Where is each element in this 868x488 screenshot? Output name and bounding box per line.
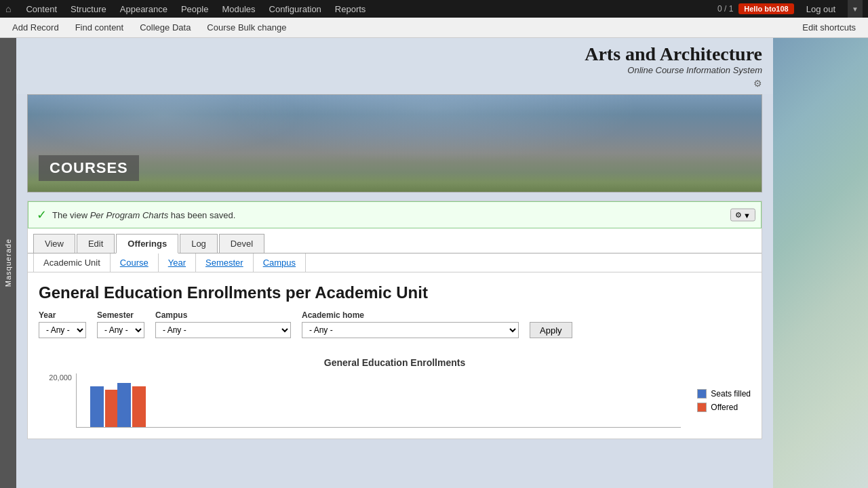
nav-structure[interactable]: Structure	[64, 0, 113, 18]
user-badge[interactable]: Hello bto108	[738, 3, 793, 14]
nav-content[interactable]: Content	[19, 0, 64, 18]
right-sidebar-image	[773, 38, 868, 488]
page-title: General Education Enrollments per Academ…	[39, 283, 751, 302]
apply-button[interactable]: Apply	[530, 322, 572, 338]
right-sidebar	[773, 38, 868, 488]
nav-modules[interactable]: Modules	[215, 0, 262, 18]
legend-seats-filled-label: Seats filled	[711, 389, 751, 399]
edit-counter: 0 / 1	[717, 4, 733, 14]
course-bulk-change-link[interactable]: Course Bulk change	[200, 18, 293, 38]
nav-appearance[interactable]: Appearance	[113, 0, 174, 18]
content-panel: ✓ The view Per Program Charts has been s…	[27, 201, 762, 439]
legend-offered: Offered	[697, 403, 751, 412]
campus-filter-label: Campus	[155, 310, 291, 320]
campus-filter-select[interactable]: - Any -	[155, 322, 291, 338]
tab-offerings[interactable]: Offerings	[116, 234, 178, 253]
bar-red-1	[105, 390, 119, 427]
subtab-year[interactable]: Year	[159, 253, 196, 272]
site-subtitle: Online Course Information System	[585, 65, 762, 75]
gear-dropdown-button[interactable]: ⚙ ▼	[730, 209, 755, 222]
status-message: ✓ The view Per Program Charts has been s…	[28, 201, 762, 228]
subtabs-row: Academic Unit Course Year Semester Campu…	[28, 253, 762, 272]
college-data-link[interactable]: College Data	[133, 18, 197, 38]
center-content: Arts and Architecture Online Course Info…	[16, 38, 773, 488]
campus-filter-group: Campus - Any -	[155, 310, 291, 338]
status-text-after: has been saved.	[168, 210, 235, 220]
status-text: The view Per Program Charts has been sav…	[52, 210, 235, 220]
main-wrapper: Masquerade Arts and Architecture Online …	[0, 38, 868, 488]
masquerade-label: Masquerade	[4, 239, 12, 287]
gear-icon: ⚙	[735, 211, 742, 220]
bar-blue-2	[117, 383, 131, 427]
legend-seats-filled: Seats filled	[697, 389, 751, 399]
legend-blue-box	[697, 389, 707, 399]
logout-link[interactable]: Log out	[800, 0, 842, 18]
home-icon[interactable]: ⌂	[5, 3, 11, 14]
add-record-link[interactable]: Add Record	[5, 18, 66, 38]
filters-row: Year - Any - Semester - Any - Campus	[39, 310, 751, 338]
status-link[interactable]: Per Program Charts	[90, 210, 169, 220]
semester-filter-select[interactable]: - Any -	[97, 322, 144, 338]
site-title-block: Arts and Architecture Online Course Info…	[585, 43, 762, 89]
subtab-campus[interactable]: Campus	[254, 253, 306, 272]
find-content-link[interactable]: Find content	[68, 18, 131, 38]
tab-view[interactable]: View	[33, 234, 75, 253]
chart-title: General Education Enrollments	[39, 357, 751, 368]
semester-filter-group: Semester - Any -	[97, 310, 144, 338]
gear-dropdown-arrow: ▼	[743, 211, 751, 219]
legend-offered-label: Offered	[711, 403, 738, 412]
masquerade-bar: Masquerade	[0, 38, 16, 488]
tabs-row: View Edit Offerings Log Devel	[28, 234, 762, 253]
admin-bar: ⌂ Content Structure Appearance People Mo…	[0, 0, 868, 18]
hero-banner: COURSES	[27, 94, 762, 192]
settings-gear-icon[interactable]: ⚙	[585, 78, 762, 89]
subtab-academic-unit[interactable]: Academic Unit	[33, 253, 111, 272]
site-title: Arts and Architecture	[585, 43, 762, 65]
bar-red-2	[132, 386, 146, 427]
tab-edit[interactable]: Edit	[77, 234, 115, 253]
bar-blue-1	[90, 386, 104, 427]
subtab-course[interactable]: Course	[111, 253, 159, 272]
dropdown-button[interactable]: ▼	[848, 0, 863, 18]
semester-filter-label: Semester	[97, 310, 144, 320]
courses-label: COURSES	[39, 155, 139, 181]
status-text-before: The view	[52, 210, 90, 220]
chart-area: General Education Enrollments 20,000	[28, 352, 762, 439]
edit-shortcuts-link[interactable]: Edit shortcuts	[795, 18, 863, 38]
tab-devel[interactable]: Devel	[219, 234, 264, 253]
year-filter-label: Year	[39, 310, 86, 320]
academic-home-filter-group: Academic home - Any -	[302, 310, 519, 338]
academic-home-filter-select[interactable]: - Any -	[302, 322, 519, 338]
site-header: Arts and Architecture Online Course Info…	[16, 38, 773, 94]
user-info: 0 / 1 Hello bto108 Log out ▼	[717, 0, 863, 18]
year-filter-group: Year - Any -	[39, 310, 86, 338]
status-check-icon: ✓	[37, 207, 47, 222]
nav-people[interactable]: People	[174, 0, 215, 18]
nav-configuration[interactable]: Configuration	[262, 0, 328, 18]
legend-red-box	[697, 403, 707, 412]
chart-y-max: 20,000	[49, 373, 72, 382]
academic-home-filter-label: Academic home	[302, 310, 519, 320]
secondary-nav: Add Record Find content College Data Cou…	[0, 18, 868, 38]
year-filter-select[interactable]: - Any -	[39, 322, 86, 338]
chart-legend: Seats filled Offered	[697, 373, 751, 428]
page-section: General Education Enrollments per Academ…	[28, 272, 762, 352]
nav-reports[interactable]: Reports	[328, 0, 373, 18]
tab-log[interactable]: Log	[180, 234, 218, 253]
subtab-semester[interactable]: Semester	[196, 253, 254, 272]
